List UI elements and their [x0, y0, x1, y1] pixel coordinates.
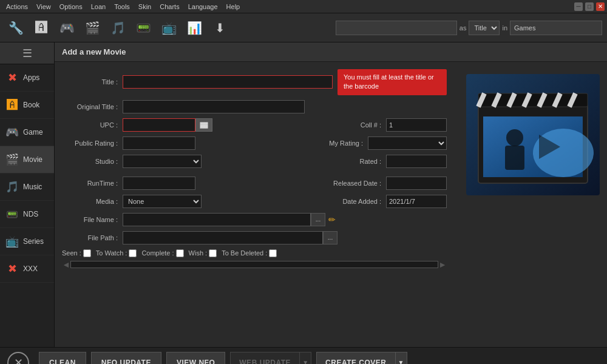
toolbar-wrench[interactable] — [5, 17, 27, 39]
studio-select[interactable] — [123, 155, 202, 168]
file-name-edit-button[interactable]: ✏ — [325, 213, 339, 226]
search-input[interactable] — [336, 21, 457, 35]
clean-button[interactable]: CLEAN — [39, 352, 86, 365]
upc-input[interactable] — [123, 118, 195, 132]
sidebar-item-movie[interactable]: 🎬 Movie — [0, 146, 54, 174]
title-row: Title : You must fill at least the title… — [62, 69, 447, 95]
title-input[interactable] — [123, 75, 333, 89]
music-icon-sidebar: 🎵 — [5, 180, 19, 194]
studio-row: Studio : Rated : — [62, 155, 447, 168]
sidebar-item-game[interactable]: 🎮 Game — [0, 119, 54, 146]
my-rating-select[interactable] — [368, 136, 447, 150]
create-cover-main-button[interactable]: CREATE COVER — [316, 352, 395, 365]
toolbar-tv[interactable] — [158, 17, 180, 39]
web-update-arrow-button[interactable]: ▼ — [299, 352, 311, 365]
scroll-left-arrow[interactable]: ◄ — [62, 260, 70, 269]
scroll-right-arrow[interactable]: ► — [438, 260, 447, 269]
form-container: Title : You must fill at least the title… — [55, 62, 607, 277]
to-be-deleted-label: To Be Deleted : — [222, 249, 267, 257]
sidebar-item-apps[interactable]: ✖ Apps — [0, 64, 54, 92]
search-in-input[interactable] — [510, 21, 602, 35]
wrench-icon — [8, 21, 24, 35]
menu-actions[interactable]: Actions — [2, 2, 32, 12]
barcode-button[interactable]: ▓▓ — [195, 118, 212, 132]
file-path-row: File Path : ... — [62, 231, 447, 244]
wish-checkbox[interactable] — [209, 249, 217, 257]
sidebar-game-label: Game — [23, 128, 43, 136]
toolbar-film[interactable] — [81, 17, 103, 39]
font-icon — [35, 21, 47, 35]
form-title: Add a new Movie — [55, 42, 607, 62]
file-path-browse-button[interactable]: ... — [323, 231, 337, 244]
download-icon — [215, 21, 225, 35]
view-nfo-button[interactable]: VIEW NFO — [166, 352, 225, 365]
series-icon-sidebar: 📺 — [5, 234, 19, 249]
close-dialog-button[interactable]: ✕ — [7, 352, 29, 365]
file-path-input[interactable] — [123, 231, 323, 244]
sidebar-item-xxx[interactable]: ✖ XXX — [0, 255, 54, 283]
toolbar-font[interactable] — [30, 17, 52, 39]
date-added-input[interactable] — [386, 195, 447, 208]
coll-input[interactable] — [386, 118, 447, 132]
window-close-button[interactable]: ✕ — [596, 2, 605, 11]
toolbar-device[interactable] — [132, 17, 154, 39]
clapperboard-svg — [466, 74, 600, 195]
rating-row: Public Rating : My Rating : — [62, 136, 447, 150]
media-label: Media : — [62, 198, 123, 205]
toolbar-excel[interactable] — [183, 17, 205, 39]
sidebar-item-nds[interactable]: 📟 NDS — [0, 201, 54, 228]
title-label: Title : — [62, 78, 123, 86]
file-name-input[interactable] — [123, 213, 311, 226]
runtime-input[interactable] — [123, 177, 195, 190]
original-title-input[interactable] — [123, 100, 305, 113]
menu-language[interactable]: Language — [185, 2, 222, 12]
file-name-browse-button[interactable]: ... — [311, 213, 325, 226]
seen-checkbox[interactable] — [83, 249, 91, 257]
svg-rect-13 — [505, 146, 524, 170]
hamburger-icon: ☰ — [22, 47, 32, 60]
sidebar-book-label: Book — [23, 101, 39, 109]
rated-input[interactable] — [386, 155, 447, 168]
media-select[interactable]: None — [123, 195, 202, 208]
movie-icon-sidebar: 🎬 — [5, 152, 19, 167]
toolbar-music[interactable] — [107, 17, 129, 39]
sidebar-item-book[interactable]: 🅰 Book — [0, 92, 54, 119]
to-watch-checkbox[interactable] — [129, 249, 137, 257]
sidebar-header[interactable]: ☰ — [0, 42, 54, 64]
nfo-update-button[interactable]: NFO UPDATE — [91, 352, 161, 365]
toolbar-download[interactable] — [209, 17, 231, 39]
to-be-deleted-checkbox-item: To Be Deleted : — [222, 249, 277, 257]
date-added-label: Date Added : — [342, 198, 386, 205]
menu-skin[interactable]: Skin — [135, 2, 155, 12]
studio-label: Studio : — [62, 158, 123, 165]
sidebar-item-music[interactable]: 🎵 Music — [0, 174, 54, 201]
maximize-button[interactable]: □ — [585, 2, 594, 11]
search-type-select[interactable]: Title — [469, 21, 500, 35]
horizontal-scrollbar[interactable] — [70, 261, 438, 268]
music-icon — [110, 21, 126, 35]
toolbar-game[interactable] — [56, 17, 78, 39]
action-bar: ✕ CLEAN NFO UPDATE VIEW NFO WEB UPDATE ▼… — [0, 347, 607, 364]
nds-icon-sidebar: 📟 — [5, 207, 19, 221]
xxx-icon-sidebar: ✖ — [5, 261, 19, 276]
game-icon — [59, 21, 75, 35]
menu-options[interactable]: Options — [56, 2, 86, 12]
menu-loan[interactable]: Loan — [87, 2, 109, 12]
minimize-button[interactable]: ─ — [574, 2, 583, 11]
menu-help[interactable]: Help — [223, 2, 244, 12]
sidebar-series-label: Series — [23, 237, 44, 246]
web-update-main-button[interactable]: WEB UPDATE — [230, 352, 299, 365]
sidebar-item-series[interactable]: 📺 Series — [0, 228, 54, 255]
checkboxes-row: Seen : To Watch : Complete : Wish : — [62, 249, 447, 257]
menu-tools[interactable]: Tools — [110, 2, 134, 12]
sidebar-xxx-label: XXX — [23, 265, 38, 273]
released-date-input[interactable] — [386, 177, 447, 190]
menu-view[interactable]: View — [33, 2, 55, 12]
complete-checkbox[interactable] — [176, 249, 184, 257]
public-rating-input[interactable] — [123, 136, 195, 150]
apps-icon: ✖ — [5, 70, 19, 85]
menu-charts[interactable]: Charts — [156, 2, 183, 12]
create-cover-split-button: CREATE COVER ▼ — [316, 352, 407, 365]
create-cover-arrow-button[interactable]: ▼ — [395, 352, 407, 365]
to-be-deleted-checkbox[interactable] — [269, 249, 277, 257]
